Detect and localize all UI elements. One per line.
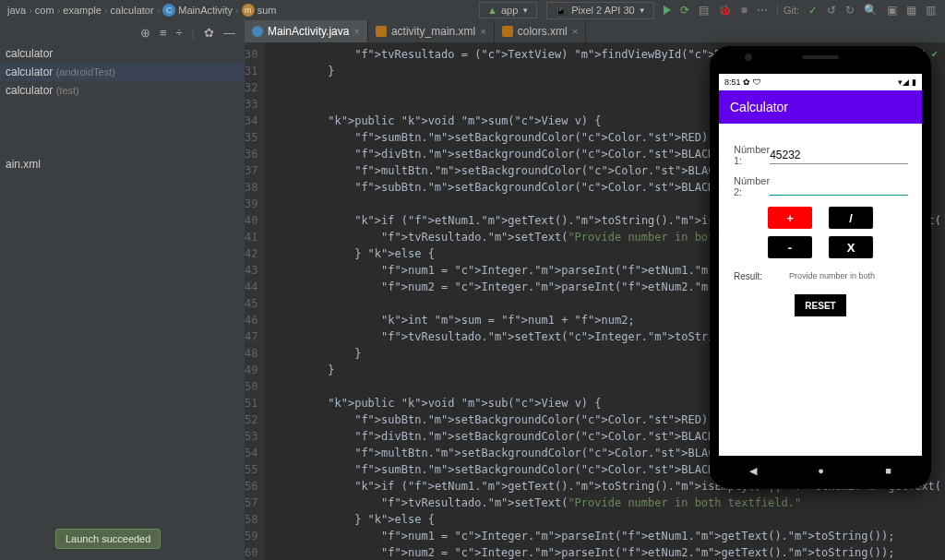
tree-item[interactable]: calculator <box>0 44 245 63</box>
plus-button[interactable]: + <box>768 207 812 229</box>
tree-item[interactable]: ain.xml <box>0 155 245 173</box>
run-button[interactable] <box>664 6 671 15</box>
git-down-icon[interactable]: ↻ <box>845 4 855 17</box>
signal-icon: ▾◢ <box>898 77 909 87</box>
xml-file-icon <box>376 26 387 37</box>
tree-item[interactable]: calculator (androidTest) <box>0 63 245 81</box>
android-icon: ▲ <box>487 5 497 16</box>
camera-icon <box>745 54 752 61</box>
close-icon[interactable]: × <box>480 26 485 37</box>
settings-icon[interactable]: ▣ <box>887 4 897 17</box>
home-icon[interactable]: ● <box>818 465 824 476</box>
close-icon[interactable]: × <box>353 26 359 37</box>
gutter: 3031323334353637383940414243444546474849… <box>245 42 265 560</box>
emulator-frame: 8:51 ✿ 🛡 ▾◢▮ Calculator Númber 1: Númber… <box>710 46 931 489</box>
tab-activity-main[interactable]: activity_main.xml× <box>368 20 495 42</box>
more-icon[interactable]: ⋯ <box>757 4 768 17</box>
crumb[interactable]: java <box>7 5 26 16</box>
search-icon[interactable]: 🔍 <box>864 4 878 17</box>
debug-icon[interactable]: ⟳ <box>680 4 689 17</box>
crumb[interactable]: sum <box>257 5 277 16</box>
reset-button[interactable]: RESET <box>795 294 846 316</box>
tab-colors[interactable]: colors.xml× <box>495 20 586 42</box>
gear-icon: ✿ <box>743 77 750 87</box>
device-dropdown[interactable]: 📱 Pixel 2 API 30 ▼ <box>546 2 653 19</box>
git-up-icon[interactable]: ↺ <box>827 4 836 17</box>
result-label: Result: <box>734 271 789 281</box>
gear-icon[interactable]: ✿ <box>204 26 214 40</box>
close-icon[interactable]: × <box>572 26 578 37</box>
target-icon[interactable]: ⊕ <box>140 26 150 40</box>
tab-mainactivity[interactable]: MainActivity.java× <box>245 20 368 42</box>
git-check-icon[interactable]: ✓ <box>808 4 818 17</box>
method-icon: m <box>242 4 255 17</box>
collapse-icon[interactable]: ≡ <box>160 26 167 40</box>
num2-label: Númber 2: <box>734 175 770 197</box>
editor-tabs: MainActivity.java× activity_main.xml× co… <box>245 20 945 42</box>
num1-input[interactable] <box>770 147 908 164</box>
launch-toast: Launch succeeded <box>55 529 161 549</box>
num2-input[interactable] <box>770 178 908 196</box>
nav-bar: ◀ ● ■ <box>719 456 922 485</box>
git-label: Git: <box>777 5 799 16</box>
minus-button[interactable]: - <box>768 236 812 258</box>
stop-icon[interactable]: ■ <box>741 4 748 17</box>
speaker-icon <box>802 55 839 59</box>
hide-icon[interactable]: — <box>223 26 235 40</box>
class-icon: C <box>162 4 175 17</box>
run-toolbar: ▲app▼ 📱 Pixel 2 API 30 ▼ ⟳ ▤ 🐞 ■ ⋯ Git: … <box>479 0 936 20</box>
crumb[interactable]: MainActivity <box>178 5 233 16</box>
crumb[interactable]: calculator <box>111 5 154 16</box>
divide-button[interactable]: / <box>829 207 873 229</box>
status-bar: 8:51 ✿ 🛡 ▾◢▮ <box>719 74 922 90</box>
num1-label: Númber 1: <box>734 144 770 166</box>
app-bar: Calculator <box>719 90 922 124</box>
crumb[interactable]: com <box>35 5 54 16</box>
attach-icon[interactable]: 🐞 <box>718 4 732 17</box>
emulator-screen[interactable]: 8:51 ✿ 🛡 ▾◢▮ Calculator Númber 1: Númber… <box>719 74 922 456</box>
xml-file-icon <box>502 26 513 37</box>
recent-icon[interactable]: ■ <box>885 465 891 476</box>
back-icon[interactable]: ◀ <box>749 465 757 477</box>
crumb[interactable]: example <box>63 5 102 16</box>
profile-icon[interactable]: ▤ <box>699 4 709 17</box>
multiply-button[interactable]: X <box>829 236 873 258</box>
app-config-dropdown[interactable]: ▲app▼ <box>479 2 537 18</box>
battery-icon: ▮ <box>912 77 916 87</box>
avd-icon[interactable]: ▦ <box>906 4 916 17</box>
shield-icon: 🛡 <box>753 77 761 87</box>
result-value: Provide number in both <box>789 271 875 281</box>
tree-item[interactable]: calculator (test) <box>0 81 245 100</box>
sdk-icon[interactable]: ▥ <box>926 4 936 17</box>
expand-icon[interactable]: ÷ <box>175 26 182 40</box>
java-file-icon <box>252 26 263 37</box>
project-tree: ⊕ ≡ ÷ | ✿ — calculator calculator (andro… <box>0 20 245 560</box>
